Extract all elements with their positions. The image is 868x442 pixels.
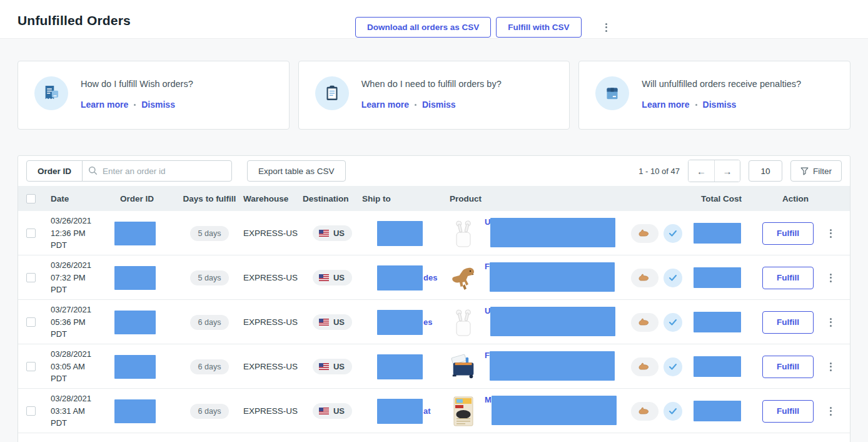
pagination-range: 1 - 10 of 47 [638, 167, 680, 176]
order-id-redacted [114, 222, 156, 245]
product-link[interactable]: F [485, 262, 490, 271]
product-link[interactable]: U [485, 306, 490, 316]
total-cost-redacted [694, 356, 741, 377]
row-kebab-icon[interactable] [826, 403, 835, 419]
days-to-fulfill-badge: 5 days [190, 226, 230, 241]
order-id-redacted [114, 355, 156, 379]
destination-badge: US [313, 314, 352, 330]
product-link[interactable]: F [485, 351, 490, 360]
row-kebab-icon[interactable] [826, 225, 835, 242]
learn-more-link[interactable]: Learn more [361, 100, 409, 110]
fulfill-button[interactable]: Fulfill [762, 267, 814, 289]
search-icon [88, 166, 98, 178]
destination-badge: US [313, 403, 352, 419]
content-area: How do I fulfill Wish orders? Learn more… [0, 39, 868, 442]
clipboard-icon [315, 76, 349, 110]
product-link[interactable]: M [485, 395, 492, 404]
us-flag-icon [319, 319, 329, 326]
ship-to-link[interactable]: des [423, 273, 437, 282]
order-id-redacted [114, 266, 156, 290]
fulfill-button[interactable]: Fulfill [762, 222, 814, 245]
col-header-date: Date [43, 194, 112, 203]
filter-button[interactable]: Filter [790, 160, 842, 182]
dismiss-link[interactable]: Dismiss [703, 100, 737, 110]
order-date: 03/28/2021 03:31 AM PDT [43, 393, 112, 429]
dot-separator [134, 104, 136, 106]
check-circle-badge-icon [664, 224, 682, 243]
total-cost-redacted [694, 401, 741, 421]
header-actions: Download all orders as CSV Fulfill with … [355, 17, 611, 38]
us-flag-icon [319, 408, 329, 414]
table-row: 03/26/2021 12:36 PM PDT 5 days EXPRESS-U… [18, 211, 850, 255]
ship-to-link[interactable]: es [423, 317, 432, 327]
product-thumbnail [450, 218, 477, 249]
export-csv-button[interactable]: Export table as CSV [247, 160, 346, 182]
page-size-select[interactable]: 10 [749, 160, 782, 182]
hand-badge-icon [631, 269, 659, 287]
dot-separator [695, 104, 697, 106]
row-checkbox[interactable] [26, 406, 36, 416]
table-row: 03/26/2021 07:32 PM PDT 5 days EXPRESS-U… [18, 255, 850, 300]
fulfill-button[interactable]: Fulfill [762, 356, 814, 378]
ship-to-redacted [377, 310, 423, 335]
learn-more-link[interactable]: Learn more [642, 100, 689, 110]
row-checkbox[interactable] [26, 317, 36, 327]
col-header-action: Action [762, 194, 850, 203]
us-flag-icon [319, 230, 329, 237]
select-all-checkbox[interactable] [26, 194, 36, 203]
warehouse-label: EXPRESS-US [243, 362, 303, 371]
warehouse-label: EXPRESS-US [243, 317, 303, 327]
hand-badge-icon [631, 313, 659, 332]
row-kebab-icon[interactable] [826, 359, 835, 375]
ship-to-redacted [377, 399, 423, 424]
ship-to-link[interactable]: at [423, 406, 431, 416]
us-flag-icon [319, 274, 329, 281]
filter-label: Filter [813, 167, 832, 176]
download-all-orders-csv-button[interactable]: Download all orders as CSV [355, 17, 491, 38]
fulfill-button[interactable]: Fulfill [762, 400, 814, 423]
total-cost-redacted [694, 267, 741, 288]
orders-table: Order ID Export table as CSV 1 - 10 of 4… [18, 155, 850, 442]
dismiss-link[interactable]: Dismiss [141, 100, 175, 110]
row-kebab-icon[interactable] [826, 270, 835, 286]
row-kebab-icon[interactable] [826, 314, 835, 331]
product-link[interactable]: U [485, 217, 490, 227]
help-card-question: When do I need to fulfill orders by? [361, 79, 502, 89]
col-header-destination: Destination [303, 194, 362, 203]
funnel-icon [800, 167, 809, 175]
col-header-product: Product [443, 194, 625, 203]
row-checkbox[interactable] [26, 273, 36, 282]
product-name-redacted [490, 262, 615, 292]
ship-to-redacted [377, 354, 423, 379]
days-to-fulfill-badge: 5 days [190, 270, 230, 285]
check-circle-badge-icon [664, 357, 682, 376]
product-thumbnail [450, 396, 477, 427]
order-date: 03/28/2021 03:05 AM PDT [43, 348, 112, 385]
learn-more-link[interactable]: Learn more [81, 100, 128, 110]
page-header: Unfulfilled Orders Download all orders a… [0, 0, 868, 39]
search-type-select[interactable]: Order ID [26, 160, 83, 182]
order-date: 03/27/2021 05:36 PM PDT [43, 304, 112, 341]
product-thumbnail [450, 351, 477, 383]
order-id-redacted [114, 311, 156, 334]
help-card-deadline: When do I need to fulfill orders by? Lea… [298, 61, 570, 130]
fulfill-with-csv-button[interactable]: Fulfill with CSV [496, 17, 581, 38]
order-id-search-input[interactable] [82, 160, 232, 182]
table-header-row: Date Order ID Days to fulfill Warehouse … [18, 186, 850, 211]
prev-page-arrow-icon[interactable]: ← [689, 160, 714, 182]
next-page-arrow-icon[interactable]: → [714, 160, 740, 182]
check-circle-badge-icon [664, 269, 682, 287]
warehouse-label: EXPRESS-US [243, 406, 303, 416]
hand-badge-icon [631, 224, 659, 243]
row-checkbox[interactable] [26, 362, 36, 371]
destination-badge: US [313, 225, 352, 241]
pager: ← → [688, 160, 740, 182]
product-thumbnail [450, 262, 477, 294]
warehouse-label: EXPRESS-US [243, 229, 303, 238]
hand-badge-icon [631, 402, 659, 421]
header-kebab-icon[interactable] [602, 19, 611, 36]
row-checkbox[interactable] [26, 229, 36, 238]
dismiss-link[interactable]: Dismiss [422, 100, 456, 110]
order-id-redacted [114, 399, 156, 423]
fulfill-button[interactable]: Fulfill [762, 311, 814, 334]
